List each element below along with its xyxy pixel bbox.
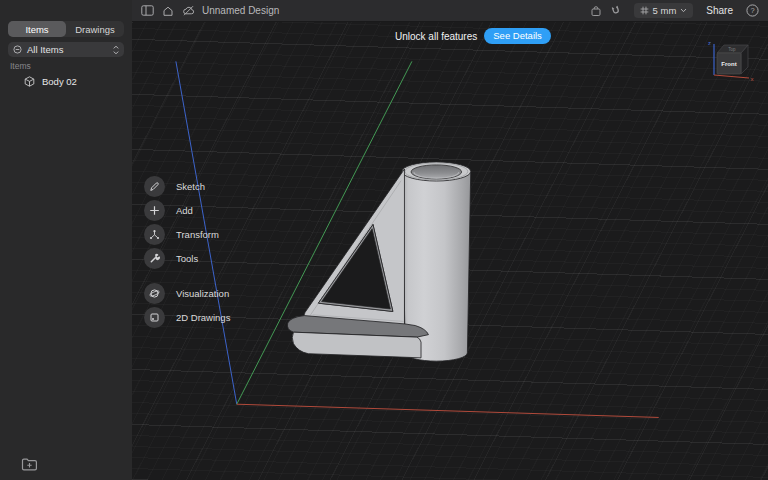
view-cube[interactable]: z x Top Front (704, 38, 756, 82)
tool-label: Transform (176, 229, 219, 240)
model-body-02[interactable] (287, 162, 470, 361)
add-button[interactable] (144, 200, 165, 221)
items-section-label: Items (10, 61, 31, 71)
add-folder-button[interactable] (21, 457, 39, 473)
chevron-down-icon (680, 8, 687, 13)
scene-canvas (132, 22, 768, 480)
tool-tools[interactable]: Tools (144, 246, 198, 270)
help-button[interactable]: ? (746, 4, 759, 17)
tool-label: Add (176, 205, 193, 216)
see-details-button[interactable]: See Details (484, 28, 551, 44)
cloud-sync-button[interactable] (182, 5, 195, 16)
svg-text:?: ? (750, 6, 754, 15)
tool-transform[interactable]: Transform (144, 222, 219, 246)
share-button[interactable]: Share (706, 5, 733, 16)
2d-drawings-button[interactable] (144, 307, 165, 328)
grid-size-dropdown[interactable]: 5 mm (634, 3, 694, 18)
item-label: Body 02 (42, 76, 77, 87)
transform-nodes-icon (149, 229, 160, 240)
3d-viewport[interactable]: Unlock all features See Details Sketch A… (132, 22, 768, 480)
axis-x-line (237, 404, 659, 417)
folder-plus-icon (21, 457, 38, 472)
filter-value: All Items (27, 44, 108, 55)
tool-label: Visualization (176, 288, 229, 299)
cloud-offline-icon (182, 5, 195, 16)
viewcube-z-label: z (708, 40, 711, 46)
tool-label: Sketch (176, 181, 205, 192)
toggle-sidebar-button[interactable] (141, 5, 154, 16)
viewcube-x-label: x (751, 76, 754, 82)
wrench-icon (149, 253, 160, 264)
snap-button[interactable] (610, 5, 622, 17)
drawing-sheet-icon (149, 312, 160, 323)
pencil-icon (149, 181, 160, 192)
magnet-icon (610, 5, 622, 17)
items-sidebar: Items Drawings All Items Items Body 02 (0, 0, 132, 480)
tool-label: Tools (176, 253, 198, 264)
visualization-button[interactable] (144, 283, 165, 304)
tab-items[interactable]: Items (8, 21, 66, 37)
viewcube-top-label: Top (728, 47, 736, 52)
sidebar-tabs: Items Drawings (8, 21, 124, 37)
document-title[interactable]: Unnamed Design (202, 5, 279, 16)
cylinder-hole (411, 165, 462, 179)
filter-icon (13, 45, 22, 54)
tools-button[interactable] (144, 248, 165, 269)
upgrade-banner: Unlock all features See Details (395, 28, 551, 44)
panel-toggle-icon (141, 5, 154, 16)
grid-size-value: 5 mm (653, 5, 677, 16)
tool-visualization[interactable]: Visualization (144, 281, 229, 305)
viewcube-x-axis (714, 75, 749, 78)
items-filter-dropdown[interactable]: All Items (8, 42, 124, 57)
tab-drawings[interactable]: Drawings (66, 21, 124, 37)
updown-chevrons-icon (113, 45, 119, 55)
tool-2d-drawings[interactable]: 2D Drawings (144, 305, 230, 329)
app-window: Unlock all features See Details Sketch A… (0, 0, 768, 480)
banner-message: Unlock all features (395, 31, 477, 42)
body-cube-icon (24, 76, 35, 87)
tool-label: 2D Drawings (176, 312, 230, 323)
plus-icon (149, 205, 160, 216)
sketch-button[interactable] (144, 176, 165, 197)
tool-add[interactable]: Add (144, 198, 193, 222)
shop-button[interactable] (590, 5, 602, 17)
home-button[interactable] (162, 5, 174, 17)
tool-sketch[interactable]: Sketch (144, 174, 205, 198)
list-item-body-02[interactable]: Body 02 (0, 72, 132, 90)
home-icon (162, 5, 174, 17)
viewcube-front-label: Front (721, 61, 736, 67)
top-toolbar: Unnamed Design 5 mm Share (132, 0, 768, 22)
bag-icon (590, 5, 602, 17)
help-icon: ? (746, 4, 759, 17)
sphere-icon (149, 288, 160, 299)
grid-icon (640, 6, 649, 15)
transform-button[interactable] (144, 224, 165, 245)
